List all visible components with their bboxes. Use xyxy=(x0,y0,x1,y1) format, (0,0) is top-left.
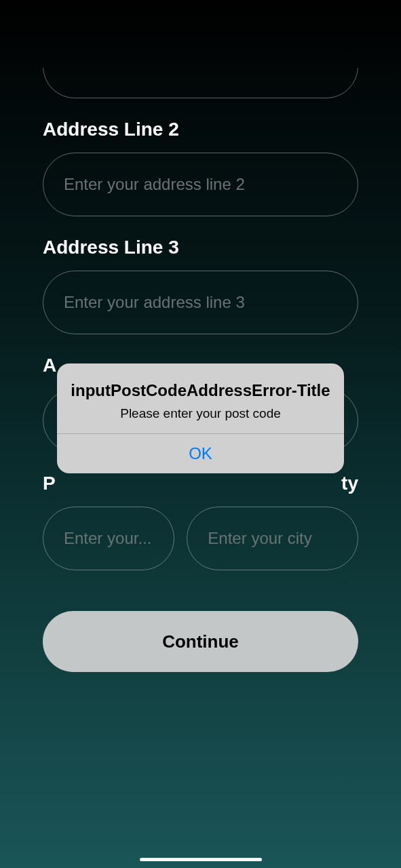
address-line-2-label: Address Line 2 xyxy=(43,119,358,140)
modal-title: inputPostCodeAddressError-Title xyxy=(69,380,332,401)
modal-ok-label: OK xyxy=(189,444,212,462)
address-line-1-partial xyxy=(43,68,358,98)
post-city-group: P ty xyxy=(43,473,358,570)
error-modal: inputPostCodeAddressError-Title Please e… xyxy=(57,363,344,473)
address-line-3-group: Address Line 3 xyxy=(43,237,358,334)
post-code-input[interactable] xyxy=(43,507,174,570)
modal-content: inputPostCodeAddressError-Title Please e… xyxy=(57,363,344,433)
address-line-1-input-partial[interactable] xyxy=(43,68,358,98)
modal-ok-button[interactable]: OK xyxy=(57,433,344,473)
address-line-2-group: Address Line 2 xyxy=(43,119,358,216)
post-label-partial: P xyxy=(43,473,56,494)
home-indicator[interactable] xyxy=(140,858,262,861)
continue-button[interactable]: Continue xyxy=(43,611,358,672)
address-line-2-input[interactable] xyxy=(43,153,358,216)
address-line-3-input[interactable] xyxy=(43,271,358,334)
address-form: Address Line 2 Address Line 3 A P ty Con… xyxy=(0,0,401,672)
city-label-partial: ty xyxy=(341,473,358,494)
address-line-3-label: Address Line 3 xyxy=(43,237,358,258)
city-input[interactable] xyxy=(187,507,358,570)
modal-message: Please enter your post code xyxy=(69,406,332,421)
